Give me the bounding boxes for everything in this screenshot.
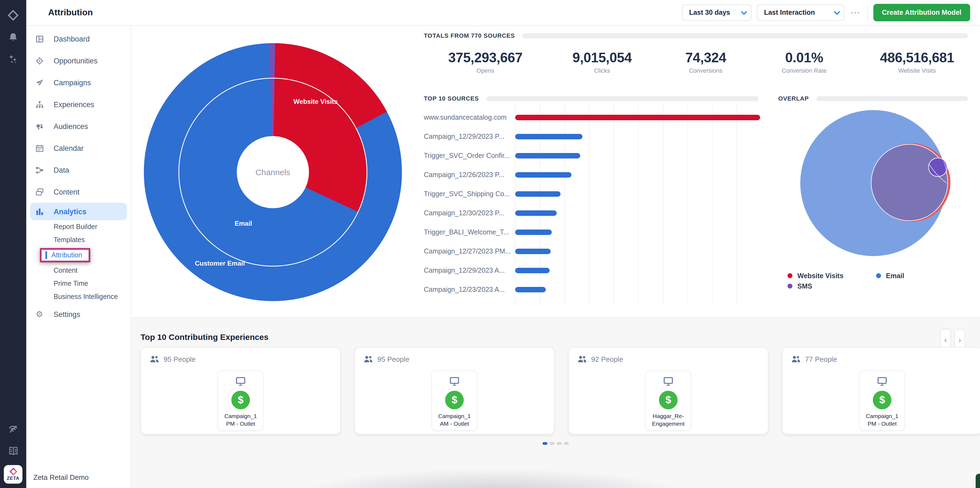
source-label[interactable]: Campaign_12/29/2023 A... [424,266,511,274]
people-count: 92 People [578,355,623,363]
header-divider [867,5,868,21]
source-bar[interactable] [515,153,580,158]
active-subitem-indicator [45,251,47,259]
carousel-dot-2[interactable] [550,442,555,445]
legend-item-sms: SMS [788,282,876,290]
experience-node-tile[interactable]: $ Campaign_1AM - Outlet [431,371,477,431]
source-label[interactable]: Campaign_12/23/2023 A... [424,285,511,293]
signal-status-icon[interactable] [0,418,26,440]
sidebar-item-audiences[interactable]: Audiences [26,115,131,137]
attribution-model-select[interactable]: Last Interaction [757,5,845,21]
legend-dot-website-visits [788,273,792,278]
experience-node-tile[interactable]: $ Campaign_1PM - Outlet [218,371,264,431]
legend-dot-email [876,273,881,278]
totals-heading-rule [523,33,968,38]
sidebar-item-data[interactable]: Data [26,159,131,181]
people-icon [578,355,587,363]
experience-card[interactable]: 77 People $ Campaign_1PM - Outlet [782,347,980,434]
date-range-value: Last 30 days [689,9,730,16]
totals-section-header: TOTALS FROM 770 SOURCES [424,32,968,39]
source-bar[interactable] [515,114,760,120]
contributing-experiences-section: Top 10 Contributing Experiences ‹ › 95 P… [131,317,980,488]
workspace-name[interactable]: Zeta Retail Demo [33,473,89,482]
sidebar-subitem-report-builder[interactable]: Report Builder [26,220,131,233]
attribution-annotation: Attribution [26,246,131,264]
sidebar-item-experiences[interactable]: Experiences [26,93,131,115]
sidebar-item-dashboard[interactable]: Dashboard [26,28,131,50]
sidebar-item-analytics[interactable]: Analytics [30,203,127,220]
sidebar-item-campaigns[interactable]: Campaigns [26,71,131,93]
sidebar-item-content[interactable]: Content [26,181,131,203]
icon-rail: ZETA [0,0,26,488]
sidebar-subitem-templates[interactable]: Templates [26,233,131,246]
experience-node-caption: Haggar_Re-Engagement [652,413,684,428]
sidebar-subitem-prime-time[interactable]: Prime Time [26,277,131,290]
source-bar[interactable] [515,191,560,196]
stat-website-visits: 486,516,681Website Visits [854,50,980,74]
experiences-title: Top 10 Contributing Experiences [140,332,269,342]
source-row: Trigger_SVC_Shipping Co... [424,184,760,203]
source-bar[interactable] [515,268,549,273]
source-row: Trigger_SVC_Order Confir... [424,146,760,165]
source-label[interactable]: www.sundancecatalog.com [424,113,511,121]
carousel-dot-1[interactable] [542,442,547,445]
experience-node-tile[interactable]: $ Campaign_1PM - Outlet [859,371,905,431]
pager-prev-button[interactable]: ‹ [940,329,951,350]
sidebar-item-calendar[interactable]: Calendar [26,137,131,159]
revenue-dollar-icon: $ [231,391,250,409]
source-row: www.sundancecatalog.com [424,108,760,127]
source-row: Campaign_12/27/2023 PM... [424,242,760,261]
pager-next-button[interactable]: › [954,329,965,350]
revenue-dollar-icon: $ [445,391,464,409]
notifications-bell-icon[interactable] [0,26,26,48]
source-bar[interactable] [515,249,551,254]
source-bar[interactable] [515,287,546,292]
overlap-legend: Website Visits Email SMS [788,271,968,291]
carousel-dot-3[interactable] [557,442,562,445]
revenue-dollar-icon: $ [659,391,678,409]
chevron-down-icon [741,9,747,15]
monitor-icon [877,377,888,387]
experience-card[interactable]: 92 People $ Haggar_Re-Engagement [568,347,768,434]
sidebar-item-settings[interactable]: ⚙ Settings [26,303,131,325]
venn-email-website-overlap[interactable] [871,144,948,221]
source-label[interactable]: Campaign_12/30/2023 P... [424,209,511,217]
dashboard-grid-icon [35,35,44,43]
glossary-book-icon[interactable] [0,440,26,462]
date-range-select[interactable]: Last 30 days [682,5,751,21]
zeta-diamond-icon[interactable] [0,5,26,26]
experience-cards-row: 95 People $ Campaign_1PM - Outlet 95 Peo… [140,347,980,434]
source-label[interactable]: Trigger_BALI_Welcome_T... [424,228,511,236]
source-label[interactable]: Campaign_12/26/2023 P... [424,171,511,178]
experience-node-tile[interactable]: $ Haggar_Re-Engagement [645,371,691,431]
zeta-logo-word: ZETA [7,475,19,481]
app-root: ZETA Attribution Last 30 days Last Inter… [0,0,980,488]
stat-clicks: 9,015,054Clicks [547,50,657,74]
experience-node-caption: Campaign_1PM - Outlet [866,413,898,428]
zeta-logo-tile[interactable]: ZETA [4,465,22,483]
source-bar[interactable] [515,134,582,139]
source-bar[interactable] [515,172,571,177]
chevron-left-icon: ‹ [944,335,947,344]
experience-card[interactable]: 95 People $ Campaign_1PM - Outlet [140,347,341,434]
ai-sparkles-icon[interactable] [0,48,26,70]
people-count: 95 People [364,355,409,363]
experience-card[interactable]: 95 People $ Campaign_1AM - Outlet [355,347,555,434]
sidebar-subitem-content[interactable]: Content [26,264,131,277]
top-sources-heading: TOP 10 SOURCES [424,95,479,101]
more-options-button[interactable]: ••• [850,9,862,16]
sidebar-subitem-business-intelligence[interactable]: Business Intelligence [26,290,131,303]
carousel-dot-4[interactable] [564,442,569,445]
experiences-sitemap-icon [35,100,44,109]
source-label[interactable]: Campaign_12/29/2023 P... [424,133,511,140]
overlap-venn-diagram [791,101,955,265]
totals-stats-row: 375,293,667Opens 9,015,054Clicks 74,324C… [424,50,980,74]
sidebar-item-opportunities[interactable]: Opportunities [26,50,131,71]
source-label[interactable]: Trigger_SVC_Shipping Co... [424,190,511,198]
source-label[interactable]: Campaign_12/27/2023 PM... [424,247,511,255]
source-label[interactable]: Trigger_SVC_Order Confir... [424,152,511,159]
sidebar-subitem-attribution[interactable]: Attribution [40,248,91,262]
source-bar[interactable] [515,229,552,235]
source-bar[interactable] [515,210,557,215]
create-attribution-model-button[interactable]: Create Attribution Model [873,4,970,21]
